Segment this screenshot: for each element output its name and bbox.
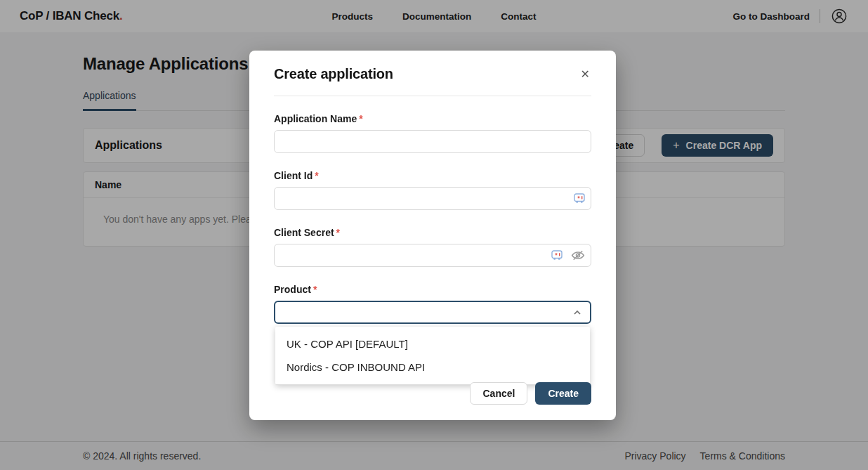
autofill-vault-icon[interactable]: * xyxy=(551,250,563,261)
client-id-label: Client Id* xyxy=(274,170,591,181)
autofill-vault-icon[interactable]: * xyxy=(574,193,585,204)
application-name-label: Application Name* xyxy=(274,113,591,124)
dropdown-option-nordics-cop-inbound[interactable]: Nordics - COP INBOUND API xyxy=(275,355,590,379)
product-select[interactable]: UK - COP API [DEFAULT] Nordics - COP INB… xyxy=(274,301,591,324)
required-asterisk: * xyxy=(359,113,362,124)
application-name-input[interactable] xyxy=(274,130,591,153)
required-asterisk: * xyxy=(313,284,317,295)
product-label: Product* xyxy=(274,284,591,295)
required-asterisk: * xyxy=(315,170,318,181)
svg-text:*: * xyxy=(577,195,580,202)
client-secret-input[interactable] xyxy=(274,244,591,267)
eye-slash-icon[interactable] xyxy=(571,249,585,261)
client-id-input[interactable] xyxy=(274,187,591,210)
svg-text:*: * xyxy=(555,252,558,259)
cancel-button[interactable]: Cancel xyxy=(470,382,527,405)
chevron-up-icon xyxy=(572,307,583,318)
required-asterisk: * xyxy=(336,227,340,238)
modal-create-button[interactable]: Create xyxy=(535,382,591,405)
product-dropdown: UK - COP API [DEFAULT] Nordics - COP INB… xyxy=(275,327,590,385)
modal-title: Create application xyxy=(274,66,393,82)
modal-divider xyxy=(274,96,591,96)
close-icon[interactable]: ✕ xyxy=(579,66,591,83)
dropdown-option-uk-cop-api[interactable]: UK - COP API [DEFAULT] xyxy=(275,332,590,355)
client-secret-label: Client Secret* xyxy=(274,227,591,238)
create-application-modal: Create application ✕ Application Name* C… xyxy=(249,51,616,420)
